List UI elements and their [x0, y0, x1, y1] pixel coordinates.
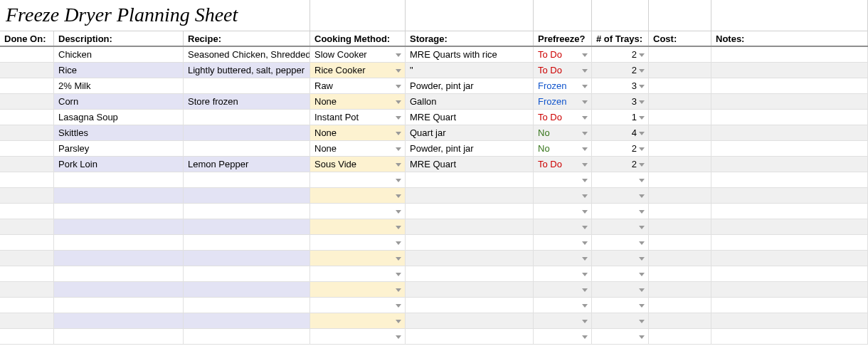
- cell-cooking-method-dropdown[interactable]: [310, 282, 406, 297]
- cell-cost[interactable]: [649, 47, 711, 62]
- cell-done[interactable]: [0, 125, 54, 140]
- cell-prefreeze-dropdown[interactable]: [534, 251, 592, 266]
- cell-done[interactable]: [0, 63, 54, 78]
- cell-cost[interactable]: [649, 78, 711, 93]
- cell-done[interactable]: [0, 78, 54, 93]
- cell-notes[interactable]: [711, 204, 868, 219]
- cell-recipe[interactable]: Seasoned Chicken, Shredded: [184, 47, 310, 62]
- cell-recipe[interactable]: [184, 266, 310, 281]
- cell-notes[interactable]: [711, 110, 868, 125]
- cell-cost[interactable]: [649, 298, 711, 313]
- cell-trays-dropdown[interactable]: [592, 313, 649, 328]
- cell-notes[interactable]: [711, 235, 868, 250]
- cell-recipe[interactable]: [184, 172, 310, 187]
- cell-description[interactable]: Chicken: [54, 47, 184, 62]
- cell-description[interactable]: [54, 204, 184, 219]
- cell-cooking-method-dropdown[interactable]: Rice Cooker: [310, 63, 406, 78]
- cell-notes[interactable]: [711, 298, 868, 313]
- cell-description[interactable]: [54, 235, 184, 250]
- cell-trays-dropdown[interactable]: [592, 282, 649, 297]
- cell-cost[interactable]: [649, 141, 711, 156]
- cell-trays-dropdown[interactable]: [592, 172, 649, 187]
- cell-trays-dropdown[interactable]: [592, 329, 649, 344]
- cell-prefreeze-dropdown[interactable]: [534, 298, 592, 313]
- cell-trays-dropdown[interactable]: 1: [592, 110, 649, 125]
- cell-cooking-method-dropdown[interactable]: [310, 188, 406, 203]
- cell-done[interactable]: [0, 157, 54, 172]
- cell-notes[interactable]: [711, 251, 868, 266]
- cell-cooking-method-dropdown[interactable]: [310, 329, 406, 344]
- cell-recipe[interactable]: [184, 78, 310, 93]
- cell-recipe[interactable]: Lightly buttered, salt, pepper: [184, 63, 310, 78]
- header-store[interactable]: Storage:: [406, 31, 534, 46]
- cell-trays-dropdown[interactable]: [592, 266, 649, 281]
- cell-cooking-method-dropdown[interactable]: Slow Cooker: [310, 47, 406, 62]
- cell-recipe[interactable]: [184, 329, 310, 344]
- cell-cost[interactable]: [649, 266, 711, 281]
- cell-done[interactable]: [0, 204, 54, 219]
- cell-prefreeze-dropdown[interactable]: [534, 188, 592, 203]
- cell-notes[interactable]: [711, 63, 868, 78]
- cell-storage[interactable]: [406, 329, 534, 344]
- cell-notes[interactable]: [711, 141, 868, 156]
- cell-storage[interactable]: [406, 251, 534, 266]
- cell-trays-dropdown[interactable]: [592, 298, 649, 313]
- cell-notes[interactable]: [711, 266, 868, 281]
- cell-done[interactable]: [0, 298, 54, 313]
- cell-cost[interactable]: [649, 282, 711, 297]
- cell-recipe[interactable]: [184, 219, 310, 234]
- cell-prefreeze-dropdown[interactable]: To Do: [534, 110, 592, 125]
- cell-recipe[interactable]: [184, 282, 310, 297]
- cell-description[interactable]: [54, 313, 184, 328]
- cell-cooking-method-dropdown[interactable]: Sous Vide: [310, 157, 406, 172]
- cell-done[interactable]: [0, 172, 54, 187]
- cell-recipe[interactable]: Store frozen: [184, 94, 310, 109]
- cell-cost[interactable]: [649, 125, 711, 140]
- cell-cost[interactable]: [649, 63, 711, 78]
- cell-cooking-method-dropdown[interactable]: [310, 266, 406, 281]
- cell-prefreeze-dropdown[interactable]: [534, 313, 592, 328]
- cell-notes[interactable]: [711, 94, 868, 109]
- cell-notes[interactable]: [711, 188, 868, 203]
- cell-prefreeze-dropdown[interactable]: [534, 329, 592, 344]
- cell-storage[interactable]: [406, 313, 534, 328]
- cell-storage[interactable]: Powder, pint jar: [406, 141, 534, 156]
- cell-trays-dropdown[interactable]: 3: [592, 94, 649, 109]
- cell-cooking-method-dropdown[interactable]: None: [310, 125, 406, 140]
- cell-storage[interactable]: Quart jar: [406, 125, 534, 140]
- cell-prefreeze-dropdown[interactable]: No: [534, 125, 592, 140]
- cell-recipe[interactable]: [184, 110, 310, 125]
- cell-storage[interactable]: [406, 172, 534, 187]
- cell-notes[interactable]: [711, 125, 868, 140]
- cell-description[interactable]: [54, 251, 184, 266]
- cell-prefreeze-dropdown[interactable]: To Do: [534, 47, 592, 62]
- cell-done[interactable]: [0, 235, 54, 250]
- header-trays[interactable]: # of Trays:: [592, 31, 649, 46]
- cell-done[interactable]: [0, 329, 54, 344]
- cell-cooking-method-dropdown[interactable]: [310, 235, 406, 250]
- cell-done[interactable]: [0, 110, 54, 125]
- cell-trays-dropdown[interactable]: 2: [592, 63, 649, 78]
- cell-storage[interactable]: [406, 188, 534, 203]
- cell-done[interactable]: [0, 94, 54, 109]
- cell-storage[interactable]: [406, 266, 534, 281]
- cell-cooking-method-dropdown[interactable]: None: [310, 94, 406, 109]
- cell-cooking-method-dropdown[interactable]: [310, 298, 406, 313]
- header-pre[interactable]: Prefreeze?: [534, 31, 592, 46]
- cell-cooking-method-dropdown[interactable]: [310, 313, 406, 328]
- cell-prefreeze-dropdown[interactable]: [534, 266, 592, 281]
- cell-description[interactable]: [54, 329, 184, 344]
- cell-cost[interactable]: [649, 313, 711, 328]
- cell-prefreeze-dropdown[interactable]: [534, 282, 592, 297]
- header-notes[interactable]: Notes:: [711, 31, 868, 46]
- cell-cooking-method-dropdown[interactable]: [310, 172, 406, 187]
- cell-done[interactable]: [0, 219, 54, 234]
- cell-cooking-method-dropdown[interactable]: Raw: [310, 78, 406, 93]
- cell-cooking-method-dropdown[interactable]: Instant Pot: [310, 110, 406, 125]
- cell-storage[interactable]: Powder, pint jar: [406, 78, 534, 93]
- cell-trays-dropdown[interactable]: [592, 235, 649, 250]
- cell-storage[interactable]: ": [406, 63, 534, 78]
- cell-prefreeze-dropdown[interactable]: [534, 235, 592, 250]
- cell-trays-dropdown[interactable]: [592, 219, 649, 234]
- cell-description[interactable]: Rice: [54, 63, 184, 78]
